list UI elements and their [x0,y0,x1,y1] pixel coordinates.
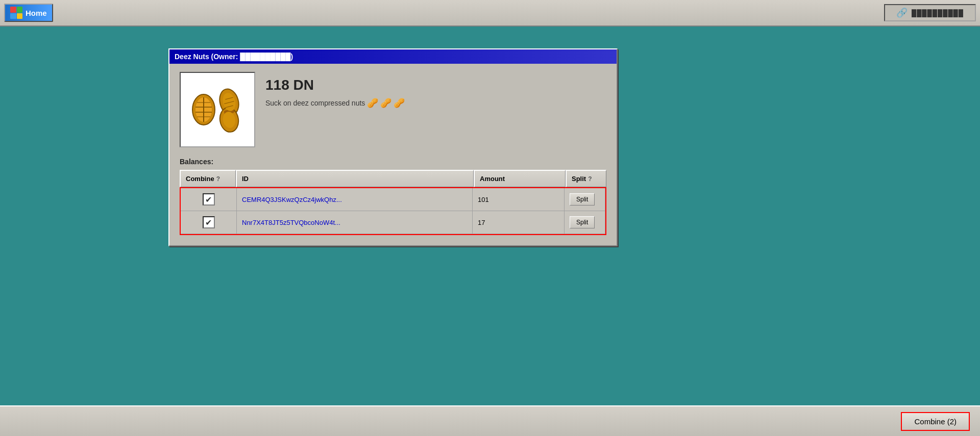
row1-id-cell: CEMR4Q3JSKwzQzCz4jwkQhz... [237,188,473,211]
table-rows-container: ✔ CEMR4Q3JSKwzQzCz4jwkQhz... 101 Split ✔ [180,187,606,235]
balances-label: Balances: [180,158,606,166]
col-id: ID [236,170,474,187]
split-help-icon[interactable]: ? [588,175,592,183]
row2-split-button[interactable]: Split [570,216,595,228]
row2-amount-cell: 17 [473,211,565,234]
window-titlebar: Deez Nuts (Owner: ██████████) [169,49,617,64]
row2-id-cell: Nnr7X4T8JT5z5TVQbcoNoW4t... [237,211,473,234]
token-description: Suck on deez compressed nuts 🥜 🥜 🥜 [265,97,405,109]
row2-checkbox-cell: ✔ [181,211,237,234]
window-body: 118 DN Suck on deez compressed nuts 🥜 🥜 … [169,64,617,245]
row2-id-link[interactable]: Nnr7X4T8JT5z5TVQbcoNoW4t... [242,219,340,226]
main-window: Deez Nuts (Owner: ██████████) [168,48,618,246]
peanut-emoji-1: 🥜 [367,97,378,109]
table-row: ✔ CEMR4Q3JSKwzQzCz4jwkQhz... 101 Split [181,188,605,211]
start-button[interactable]: Home [4,4,53,22]
row1-amount: 101 [478,196,489,203]
taskbar-icon: 🔗 [896,7,908,18]
row2-checkbox[interactable]: ✔ [203,216,215,228]
bottom-bar: Combine (2) [0,405,980,436]
token-details: 118 DN Suck on deez compressed nuts 🥜 🥜 … [265,72,405,109]
col-split: Split ? [566,170,606,187]
row1-checkbox[interactable]: ✔ [203,193,215,206]
peanut-image [184,79,251,140]
peanut-emoji-2: 🥜 [380,97,391,109]
token-name: 118 DN [265,77,405,93]
row1-amount-cell: 101 [473,188,565,211]
table-header: Combine ? ID Amount Split ? [180,170,606,187]
row2-amount: 17 [478,219,485,226]
col-amount: Amount [474,170,566,187]
row1-checkbox-cell: ✔ [181,188,237,211]
taskbar: Home 🔗 ██████████ [0,0,980,27]
token-info: 118 DN Suck on deez compressed nuts 🥜 🥜 … [180,72,606,147]
taskbar-address: ██████████ [912,9,964,17]
combine-help-icon[interactable]: ? [216,175,220,183]
row1-id-link[interactable]: CEMR4Q3JSKwzQzCz4jwkQhz... [242,196,342,203]
table-row: ✔ Nnr7X4T8JT5z5TVQbcoNoW4t... 17 Split [181,211,605,234]
row1-split-button[interactable]: Split [570,193,595,206]
peanut-emoji-3: 🥜 [394,97,405,109]
window-title: Deez Nuts (Owner: ██████████) [175,53,293,61]
start-label: Home [26,9,47,17]
row1-split-cell: Split [565,188,605,211]
taskbar-right: 🔗 ██████████ [884,4,976,21]
token-image [180,72,255,147]
windows-icon [10,7,22,19]
row2-split-cell: Split [565,211,605,234]
col-combine: Combine ? [180,170,236,187]
combine-main-button[interactable]: Combine (2) [901,412,970,431]
